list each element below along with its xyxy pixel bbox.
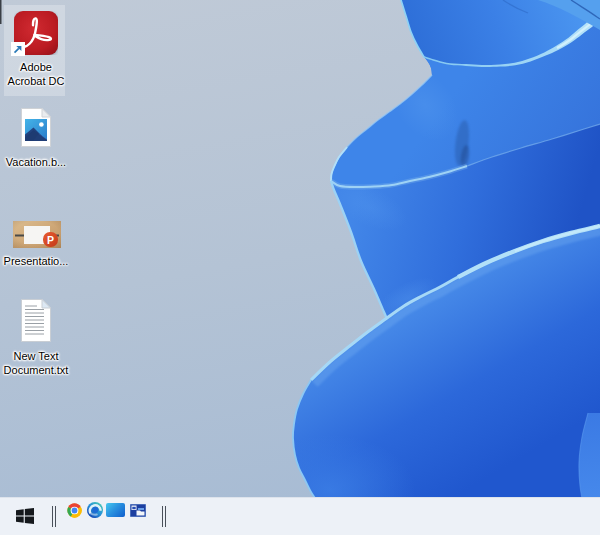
svg-text:P: P	[47, 234, 54, 246]
